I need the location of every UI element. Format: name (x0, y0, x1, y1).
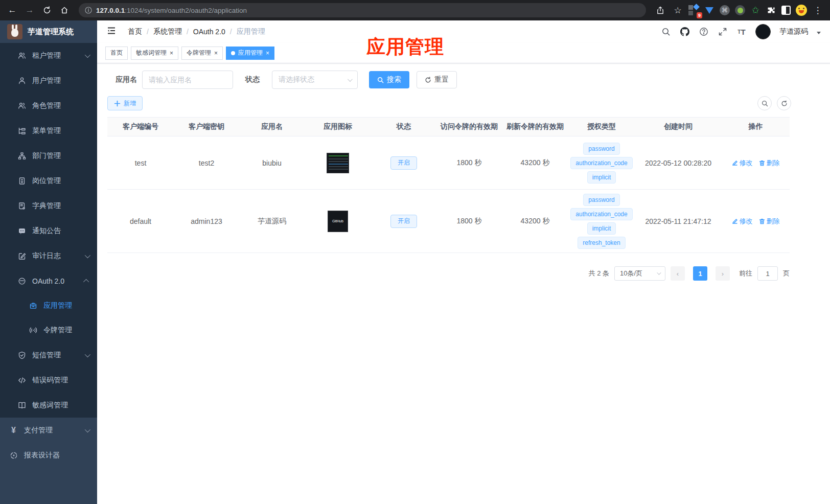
user-avatar[interactable] (755, 24, 771, 39)
sidebar-item-sms[interactable]: 短信管理 (0, 342, 97, 368)
sidebar-collapse-icon[interactable] (106, 26, 117, 38)
tab-application[interactable]: 应用管理× (226, 47, 274, 60)
font-size-icon[interactable]: TT (736, 27, 747, 37)
tab-sensitive-word[interactable]: 敏感词管理× (131, 47, 178, 60)
sidebar-item-post[interactable]: 岗位管理 (0, 168, 97, 193)
tab-home[interactable]: 首页 (105, 47, 128, 60)
sidebar-item-audit-log[interactable]: 审计日志 (0, 243, 97, 268)
tab-group-extension-icon[interactable]: 9 (688, 4, 700, 16)
close-icon[interactable]: × (214, 50, 218, 57)
breadcrumb-home[interactable]: 首页 (128, 27, 142, 36)
back-icon[interactable]: ← (5, 3, 19, 17)
page-size-select[interactable]: 10条/页 (614, 266, 665, 281)
sidebar-item-tenant[interactable]: 租户管理 (0, 43, 97, 68)
sidebar-item-oauth2[interactable]: OAuth 2.0 (0, 268, 97, 293)
chevron-down-icon (85, 426, 90, 432)
split-view-extension-icon[interactable] (780, 4, 792, 16)
open-book-icon (17, 401, 26, 409)
add-button[interactable]: 新增 (107, 96, 143, 110)
edit-link[interactable]: 修改 (732, 158, 753, 168)
user-icon (17, 76, 26, 85)
sidebar-item-dict[interactable]: 字典管理 (0, 193, 97, 218)
close-icon[interactable]: × (170, 50, 173, 57)
gem-extension-icon[interactable] (703, 4, 716, 16)
applications-table: 客户端编号 客户端密钥 应用名 应用图标 状态 访问令牌的有效期 刷新令牌的有效… (107, 117, 790, 253)
code-icon (17, 376, 26, 384)
status-label: 状态 (245, 75, 260, 84)
access-ttl-cell: 1800 秒 (436, 158, 502, 168)
search-icon[interactable] (661, 27, 671, 37)
created-cell: 2022-05-11 21:47:12 (635, 217, 722, 225)
breadcrumb-oauth2[interactable]: OAuth 2.0 (193, 28, 225, 36)
refresh-table-button[interactable] (777, 96, 791, 110)
bookmark-star-icon[interactable]: ☆ (671, 3, 685, 17)
app-name-label: 应用名 (116, 75, 137, 84)
sidebar-item-notice[interactable]: 通知公告 (0, 218, 97, 243)
sidebar-item-role[interactable]: 角色管理 (0, 93, 97, 118)
breadcrumb-system[interactable]: 系统管理 (153, 27, 182, 36)
close-icon[interactable]: × (266, 50, 269, 57)
status-select[interactable]: 请选择状态 (272, 71, 358, 89)
top-navbar: 首页/ 系统管理/ OAuth 2.0/ 应用管理 TT 芋道源码 (97, 20, 830, 43)
site-info-icon[interactable] (85, 7, 92, 14)
command-extension-icon[interactable]: ⌘ (719, 4, 731, 16)
edit-icon (732, 218, 738, 224)
table-row: test test2 biubiu 开启 1800 秒 43200 秒 pass… (107, 136, 790, 190)
sidebar-item-sensitive-word[interactable]: 敏感词管理 (0, 393, 97, 418)
sidebar-item-user[interactable]: 用户管理 (0, 68, 97, 93)
toggle-search-button[interactable] (757, 96, 772, 110)
search-icon (377, 77, 384, 83)
sidebar-item-oauth2-token[interactable]: 令牌管理 (0, 318, 97, 342)
app-logo[interactable]: 芋道管理系统 (0, 20, 97, 43)
reload-icon[interactable] (40, 3, 54, 17)
refresh-icon (781, 100, 788, 107)
status-badge: 开启 (390, 215, 417, 228)
delete-link[interactable]: 删除 (759, 217, 780, 226)
chevron-up-icon (83, 279, 89, 284)
dictionary-icon (17, 201, 26, 210)
star-extension-icon[interactable]: ✩ (749, 4, 762, 16)
sidebar-item-oauth2-application[interactable]: 应用管理 (0, 293, 97, 318)
search-button[interactable]: 搜索 (369, 71, 409, 88)
forward-icon[interactable]: → (22, 3, 37, 17)
app-name-input[interactable] (142, 71, 233, 89)
sidebar-item-error-code[interactable]: 错误码管理 (0, 368, 97, 393)
browser-menu-icon[interactable]: ⋮ (811, 3, 825, 17)
chevron-down-icon (85, 252, 90, 258)
home-icon[interactable] (57, 3, 72, 17)
profile-avatar-icon[interactable] (795, 4, 808, 16)
fullscreen-icon[interactable] (718, 27, 728, 37)
sidebar-item-dept[interactable]: 部门管理 (0, 143, 97, 168)
extension-badge: 9 (697, 12, 702, 18)
user-menu-caret-icon[interactable] (817, 32, 821, 34)
current-page[interactable]: 1 (693, 266, 707, 281)
recorder-extension-icon[interactable] (734, 4, 746, 16)
sidebar-item-report-designer[interactable]: 报表设计器 (0, 443, 97, 468)
share-icon[interactable] (653, 3, 667, 17)
chevron-down-icon (348, 77, 353, 82)
edit-link[interactable]: 修改 (732, 217, 753, 226)
browser-toolbar: ← → 127.0.0.1:1024/system/oauth2/oauth2/… (0, 0, 830, 20)
search-icon (762, 100, 768, 107)
edit-log-icon (17, 251, 26, 260)
tab-token[interactable]: 令牌管理× (181, 47, 223, 60)
prev-page-button[interactable]: ‹ (671, 266, 685, 281)
extensions-puzzle-icon[interactable] (765, 4, 777, 16)
next-page-button[interactable]: › (716, 266, 730, 281)
message-icon (17, 226, 26, 235)
url-bar[interactable]: 127.0.0.1:1024/system/oauth2/oauth2/appl… (79, 3, 646, 17)
filter-form: 应用名 状态 请选择状态 搜索 重置 (107, 71, 791, 89)
sidebar-item-menu[interactable]: 菜单管理 (0, 118, 97, 143)
robot-icon (17, 277, 26, 285)
delete-link[interactable]: 删除 (759, 158, 780, 168)
total-count: 共 2 条 (589, 269, 609, 278)
sidebar-item-pay[interactable]: ¥ 支付管理 (0, 418, 97, 443)
goto-label: 前往 (739, 269, 752, 278)
help-icon[interactable] (699, 27, 709, 37)
trash-icon (759, 160, 765, 166)
app-icon-image (327, 153, 349, 173)
goto-page-input[interactable] (757, 266, 778, 281)
github-icon[interactable] (680, 27, 690, 37)
refresh-icon (425, 77, 431, 83)
reset-button[interactable]: 重置 (417, 71, 457, 88)
